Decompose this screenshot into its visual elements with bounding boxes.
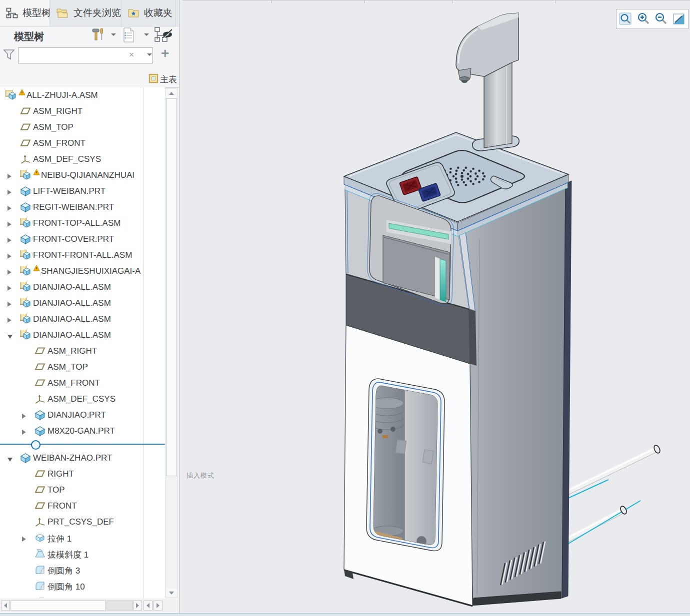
tree-item-icon — [34, 361, 46, 374]
tree-item-label: 拉伸 1 — [48, 533, 72, 545]
expander-icon[interactable] — [7, 172, 12, 181]
zoom-in-icon[interactable] — [636, 11, 651, 26]
tree-item-label: 倒圆角 3 — [48, 565, 80, 577]
column-header-label: 主表 — [160, 74, 179, 85]
tree-item-icon — [20, 313, 32, 326]
filter-row: × + — [0, 46, 179, 70]
tree-row[interactable]: DIANJIAO-ALL.ASM — [0, 327, 144, 343]
zoom-fit-icon[interactable] — [618, 11, 633, 26]
tree-row[interactable]: M8X20-GAN.PRT — [0, 423, 144, 439]
vertical-scroll-thumb[interactable] — [166, 98, 177, 476]
expander-icon[interactable] — [7, 220, 12, 229]
tree-item-label: DIANJIAO.PRT — [48, 410, 106, 420]
tree-row[interactable]: NEIBU-QIJIANANZHUAI — [0, 167, 144, 183]
tree-item-icon — [34, 564, 46, 577]
tree-row[interactable]: ALL-ZHUJI-A.ASM — [0, 87, 144, 103]
expander-icon[interactable] — [7, 332, 13, 341]
search-dropdown-caret[interactable] — [147, 53, 152, 58]
scroll-down-arrow[interactable] — [166, 589, 177, 598]
scroll-up-arrow[interactable] — [166, 89, 177, 98]
display-settings-icon[interactable] — [122, 27, 136, 45]
tree-row[interactable]: DIANJIAO.PRT — [0, 407, 144, 423]
tree-row[interactable]: 拉伸 1 — [0, 530, 144, 546]
expander-icon[interactable] — [7, 300, 12, 309]
zoom-out-icon[interactable] — [654, 11, 668, 26]
tree-item-icon — [20, 201, 32, 214]
expander-icon[interactable] — [22, 535, 26, 544]
expander-icon[interactable] — [7, 455, 13, 464]
expander-icon[interactable] — [22, 412, 26, 421]
pane-shrink-arrow[interactable] — [144, 601, 152, 611]
tree-row[interactable]: RIGHT — [0, 466, 144, 482]
tree-row[interactable]: DIANJIAO-ALL.ASM — [0, 311, 144, 327]
expander-icon[interactable] — [7, 204, 12, 213]
tree-item-label: 倒圆角 10 — [48, 581, 85, 593]
tab-label: 文件夹浏览器 — [74, 6, 122, 19]
tree-row[interactable]: DIANJIAO-ALL.ASM — [0, 295, 144, 311]
tree-row[interactable]: REGIT-WEIBAN.PRT — [0, 199, 144, 215]
vertical-scrollbar[interactable] — [166, 88, 178, 598]
tree-row[interactable]: SHANGJIESHUIXIAGAI-A — [0, 263, 144, 279]
tree-item-label: ALL-ZHUJI-A.ASM — [26, 90, 98, 100]
3d-model-water-purifier[interactable] — [182, 0, 690, 616]
expander-icon[interactable] — [7, 252, 12, 261]
horizontal-scrollbar[interactable] — [0, 600, 178, 612]
tree-row[interactable]: FRONT — [0, 498, 144, 514]
tree-row[interactable]: WEIBAN-ZHAO.PRT — [0, 450, 144, 466]
pane-expand-arrow[interactable] — [154, 601, 162, 611]
expander-icon[interactable] — [7, 316, 12, 325]
tree-row[interactable]: DIANJIAO-ALL.ASM — [0, 279, 144, 295]
tab-favorites[interactable]: 收藏夹 — [122, 0, 176, 26]
scroll-right-arrow[interactable] — [133, 601, 142, 611]
scroll-left-arrow[interactable] — [1, 601, 10, 611]
tree-item-icon — [34, 596, 46, 598]
tree-row[interactable]: PRT_CSYS_DEF — [0, 514, 144, 530]
tree-item-icon — [34, 500, 46, 513]
tree-visibility-icon[interactable] — [154, 26, 173, 47]
tree-row[interactable]: 拔模斜度 1 — [0, 546, 144, 562]
favorites-icon — [128, 7, 140, 19]
warning-icon — [33, 168, 40, 177]
tools-dropdown-caret[interactable] — [111, 33, 116, 38]
insert-mode-handle[interactable] — [31, 440, 40, 450]
tab-folder-browser[interactable]: 文件夹浏览器 — [50, 0, 122, 26]
tree-row[interactable]: 倒圆角 10 — [0, 578, 144, 594]
graphics-area[interactable]: 插入模式 — [182, 0, 690, 616]
display-settings-dropdown-caret[interactable] — [144, 33, 149, 38]
tree-row[interactable]: ASM_DEF_CSYS — [0, 391, 144, 407]
add-filter-button[interactable]: + — [161, 46, 169, 60]
tools-icon[interactable] — [91, 27, 106, 45]
tree-row[interactable]: ASM_DEF_CSYS — [0, 151, 144, 167]
tree-row[interactable]: ASM_FRONT — [0, 135, 144, 151]
tree-item-label: TOP — [48, 485, 65, 495]
expander-icon[interactable] — [22, 428, 26, 437]
tree-row[interactable]: LIFT-WEIBAN.PRT — [0, 183, 144, 199]
tree-row[interactable]: 倒圆角 3 — [0, 562, 144, 578]
horizontal-scroll-thumb[interactable] — [10, 601, 106, 611]
tree-column-divider[interactable] — [144, 87, 144, 598]
tree-item-label: ASM_DEF_CSYS — [33, 154, 101, 164]
expander-icon[interactable] — [7, 268, 12, 277]
clear-search-icon[interactable]: × — [129, 50, 134, 59]
expander-icon[interactable] — [7, 236, 12, 245]
expander-icon[interactable] — [7, 284, 12, 293]
tree-row[interactable]: FRONT-COVER.PRT — [0, 231, 144, 247]
tree-item-icon — [20, 281, 32, 294]
tree-row[interactable]: FRONT-FRONT-ALL.ASM — [0, 247, 144, 263]
machine-body — [344, 13, 572, 606]
tree-row[interactable]: ASM_RIGHT — [0, 103, 144, 119]
tree-row[interactable]: FRONT-TOP-ALL.ASM — [0, 215, 144, 231]
tree-row[interactable]: 倒角 1 — [0, 594, 144, 598]
tree-row[interactable]: ASM_RIGHT — [0, 343, 144, 359]
expander-icon[interactable] — [7, 188, 12, 197]
tree-row[interactable]: ASM_FRONT — [0, 375, 144, 391]
tree-row[interactable]: ASM_TOP — [0, 359, 144, 375]
filter-funnel-icon[interactable] — [2, 48, 16, 63]
faucet — [456, 13, 519, 151]
warning-icon — [33, 264, 40, 273]
tree-row[interactable]: ASM_TOP — [0, 119, 144, 135]
tree-row[interactable]: TOP — [0, 482, 144, 498]
repaint-icon[interactable] — [672, 11, 686, 26]
tree-item-icon — [20, 169, 32, 182]
tab-model-tree[interactable]: 模型树 — [0, 0, 50, 26]
